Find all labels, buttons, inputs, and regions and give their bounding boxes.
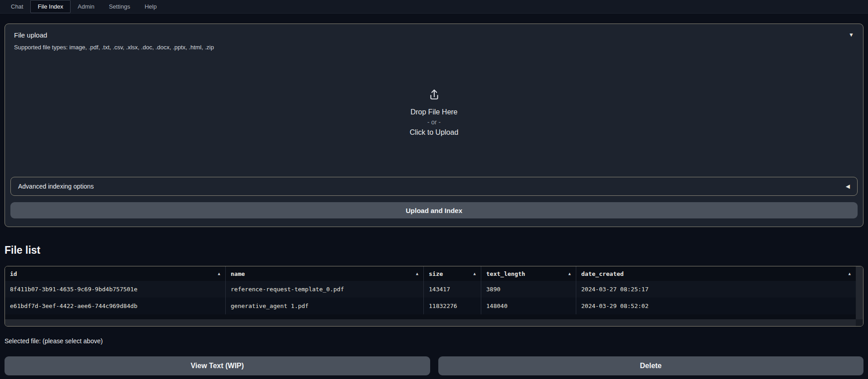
or-label: - or -: [427, 118, 441, 127]
column-header-text-length[interactable]: text_length ▲: [481, 266, 576, 281]
upload-icon: [427, 88, 441, 103]
column-header-label: size: [429, 270, 443, 277]
drop-file-here-label: Drop File Here: [410, 107, 457, 117]
table-horizontal-scrollbar[interactable]: [5, 319, 856, 326]
click-to-upload-label: Click to Upload: [410, 127, 459, 137]
table-vertical-scrollbar[interactable]: [856, 266, 863, 319]
cell-size[interactable]: 143417: [424, 281, 481, 298]
sort-asc-icon[interactable]: ▲: [416, 271, 418, 276]
column-header-label: name: [231, 270, 245, 277]
tab-admin[interactable]: Admin: [71, 0, 102, 13]
column-header-label: date_created: [581, 270, 624, 277]
upload-and-index-button[interactable]: Upload and Index: [10, 202, 858, 218]
column-header-date-created[interactable]: date_created ▲: [576, 266, 856, 281]
file-upload-title: File upload: [14, 31, 47, 39]
sort-asc-icon[interactable]: ▲: [218, 271, 220, 276]
cell-text-length[interactable]: 3890: [481, 281, 576, 298]
tab-settings[interactable]: Settings: [102, 0, 138, 13]
tab-help[interactable]: Help: [138, 0, 164, 13]
column-header-label: id: [10, 270, 17, 277]
action-buttons-row: View Text (WIP) Delete: [5, 356, 863, 375]
cell-id[interactable]: 8f411b07-3b91-4635-9c69-9bd4b757501e: [5, 281, 226, 298]
top-nav: Chat File Index Admin Settings Help: [0, 0, 868, 14]
advanced-indexing-label: Advanced indexing options: [18, 183, 94, 190]
cell-name[interactable]: generative_agent 1.pdf: [226, 298, 424, 314]
selected-file-status: Selected file: (please select above): [5, 337, 863, 346]
table-row[interactable]: e61bdf7d-3eef-4422-aee6-744c969d84db gen…: [5, 298, 856, 314]
table-header-row: id ▲ name ▲ size ▲ text_length ▲ date_cr…: [5, 266, 856, 281]
tab-chat[interactable]: Chat: [4, 0, 30, 13]
cell-size[interactable]: 11832276: [424, 298, 481, 314]
cell-date-created[interactable]: 2024-03-27 08:25:17: [576, 281, 856, 298]
sort-asc-icon[interactable]: ▲: [474, 271, 476, 276]
tab-file-index[interactable]: File Index: [30, 0, 70, 13]
file-upload-accordion-header[interactable]: File upload ▼: [10, 29, 858, 40]
table-row[interactable]: 8f411b07-3b91-4635-9c69-9bd4b757501e ref…: [5, 281, 856, 298]
cell-date-created[interactable]: 2024-03-29 08:52:02: [576, 298, 856, 314]
file-list-table-content: id ▲ name ▲ size ▲ text_length ▲ date_cr…: [5, 266, 856, 314]
cell-id[interactable]: e61bdf7d-3eef-4422-aee6-744c969d84db: [5, 298, 226, 314]
accordion-collapsed-icon[interactable]: ◀: [846, 184, 850, 189]
supported-file-types-text: Supported file types: image, .pdf, .txt,…: [10, 40, 858, 52]
advanced-indexing-accordion[interactable]: Advanced indexing options ◀: [10, 177, 858, 196]
file-upload-accordion: File upload ▼ Supported file types: imag…: [5, 24, 863, 227]
delete-button[interactable]: Delete: [438, 356, 864, 375]
file-list-table: id ▲ name ▲ size ▲ text_length ▲ date_cr…: [5, 266, 863, 327]
cell-name[interactable]: reference-request-template_0.pdf: [226, 281, 424, 298]
scrollbar-corner: [856, 319, 863, 326]
column-header-label: text_length: [486, 270, 525, 277]
view-text-button[interactable]: View Text (WIP): [5, 356, 430, 375]
accordion-expanded-icon[interactable]: ▼: [849, 32, 854, 38]
file-index-page: File upload ▼ Supported file types: imag…: [0, 24, 868, 375]
file-dropzone[interactable]: Drop File Here - or - Click to Upload: [10, 52, 858, 173]
sort-asc-icon[interactable]: ▲: [849, 271, 851, 276]
sort-asc-icon[interactable]: ▲: [569, 271, 571, 276]
file-list-heading: File list: [5, 244, 863, 258]
column-header-size[interactable]: size ▲: [424, 266, 481, 281]
column-header-id[interactable]: id ▲: [5, 266, 226, 281]
cell-text-length[interactable]: 148040: [481, 298, 576, 314]
column-header-name[interactable]: name ▲: [226, 266, 424, 281]
